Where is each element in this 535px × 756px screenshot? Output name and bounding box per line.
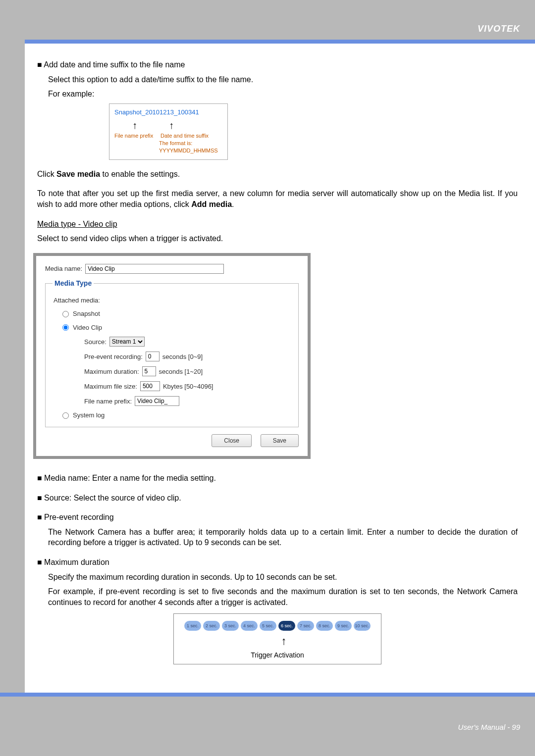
- bullet-media-name: ■ Media name: Enter a name for the media…: [37, 473, 518, 484]
- close-button[interactable]: Close: [212, 434, 252, 447]
- page-number: User's Manual - 99: [458, 723, 520, 731]
- timeline-step: 7 sec.: [297, 621, 314, 631]
- text: .: [232, 200, 234, 208]
- add-media-bold: Add media: [191, 200, 232, 208]
- media-server-note: To note that after you set up the first …: [37, 188, 518, 209]
- save-media-bold: Save media: [56, 170, 100, 178]
- trigger-caption: Trigger Activation: [180, 651, 375, 660]
- timeline-step: 1 sec.: [184, 621, 201, 631]
- bullet-add-date-suffix: ■ Add date and time suffix to the file n…: [37, 59, 518, 70]
- bullet-pre-event-text: The Network Camera has a buffer area; it…: [48, 527, 518, 548]
- timeline-step: 5 sec.: [260, 621, 276, 631]
- page-content: ■ Add date and time suffix to the file n…: [37, 59, 518, 664]
- text: Click: [37, 170, 56, 178]
- page-footer: [0, 697, 535, 756]
- timeline-step: 9 sec.: [335, 621, 352, 631]
- page-left-margin: [0, 0, 25, 756]
- page-header: [0, 0, 535, 40]
- radio-snapshot[interactable]: [62, 311, 69, 317]
- timeline-step: 3 sec.: [222, 621, 239, 631]
- example-label-prefix: File name prefix: [114, 132, 159, 140]
- bullet-max-duration-text1: Specify the maximum recording duration i…: [48, 572, 518, 583]
- example-format-note: The format is: YYYYMMDD_HHMMSS: [159, 140, 222, 154]
- max-duration-label: Maximum duration:: [84, 367, 139, 376]
- trigger-diagram: 1 sec. 2 sec. 3 sec. 4 sec. 5 sec. 6 sec…: [173, 613, 381, 664]
- source-select[interactable]: Stream 1: [109, 337, 145, 347]
- video-clip-sub: Select to send video clips when a trigge…: [37, 233, 518, 244]
- max-duration-input[interactable]: [142, 366, 156, 376]
- pre-event-label: Pre-event recording:: [84, 353, 143, 361]
- bullet-source: ■ Source: Select the source of video cli…: [37, 493, 518, 504]
- example-label-suffix: Date and time suffix: [160, 132, 209, 140]
- file-name-prefix-label: File name prefix:: [84, 397, 132, 406]
- save-button[interactable]: Save: [261, 434, 299, 447]
- timeline-step: 2 sec.: [203, 621, 220, 631]
- radio-video-clip[interactable]: [62, 324, 69, 331]
- media-name-input[interactable]: [85, 264, 224, 274]
- radio-snapshot-label: Snapshot: [73, 309, 100, 318]
- header-accent-bar: [0, 40, 535, 44]
- max-file-size-input[interactable]: [140, 381, 160, 391]
- arrow-up-icon: ↑: [132, 120, 137, 130]
- bullet-add-date-suffix-desc: Select this option to add a date/time su…: [48, 74, 518, 85]
- text: To note that after you set up the first …: [37, 189, 518, 208]
- filename-example-box: Snapshot_20101213_100341 ↑ ↑ File name p…: [109, 103, 228, 160]
- file-name-prefix-input[interactable]: [135, 396, 179, 406]
- radio-video-clip-label: Video Clip: [73, 323, 102, 332]
- media-name-label: Media name:: [45, 264, 82, 273]
- video-clip-options: Source: Stream 1 Pre-event recording: se…: [84, 337, 291, 406]
- source-label: Source:: [84, 338, 107, 347]
- brand-logo: VIVOTEK: [478, 24, 520, 34]
- timeline-step: 10 sec.: [354, 621, 371, 631]
- attached-media-label: Attached media:: [54, 296, 291, 305]
- bullet-max-duration-heading: ■ Maximum duration: [37, 557, 518, 568]
- arrow-up-icon: ↑: [169, 120, 174, 130]
- media-dialog: Media name: Media Type Attached media: S…: [33, 253, 311, 459]
- timeline-step: 4 sec.: [241, 621, 258, 631]
- media-type-legend: Media Type: [53, 279, 94, 288]
- max-file-size-unit: Kbytes [50~4096]: [163, 382, 214, 391]
- pre-event-unit: seconds [0~9]: [162, 353, 203, 361]
- media-type-fieldset: Media Type Attached media: Snapshot Vide…: [45, 279, 299, 427]
- arrow-up-icon: ↑: [193, 634, 375, 649]
- video-clip-heading: Media type - Video clip: [37, 219, 518, 230]
- pre-event-input[interactable]: [146, 352, 160, 361]
- bullet-add-date-suffix-example-lead: For example:: [48, 89, 518, 100]
- timeline-step: 8 sec.: [316, 621, 333, 631]
- bullet-pre-event-heading: ■ Pre-event recording: [37, 512, 518, 523]
- bullet-max-duration-text2: For example, if pre-event recording is s…: [48, 586, 518, 607]
- save-media-note: Click Save media to enable the settings.: [37, 169, 518, 180]
- text: to enable the settings.: [100, 170, 180, 178]
- max-file-size-label: Maximum file size:: [84, 382, 137, 391]
- trigger-timeline: 1 sec. 2 sec. 3 sec. 4 sec. 5 sec. 6 sec…: [180, 621, 375, 631]
- footer-accent-bar: [0, 693, 535, 697]
- example-filename: Snapshot_20101213_100341: [114, 108, 222, 117]
- radio-system-log-label: System log: [73, 411, 105, 420]
- radio-system-log[interactable]: [62, 412, 69, 419]
- timeline-step-trigger: 6 sec.: [278, 621, 295, 631]
- max-duration-unit: seconds [1~20]: [159, 367, 203, 376]
